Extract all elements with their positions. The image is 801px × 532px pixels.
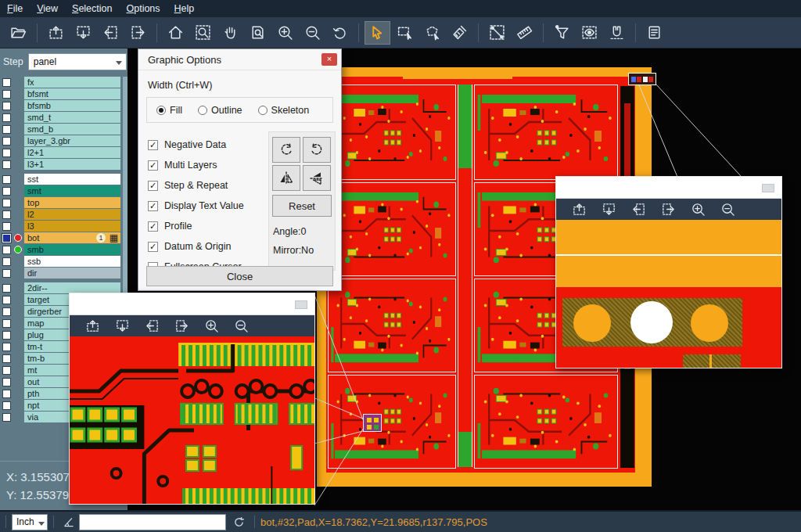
tool-select-arrow[interactable] <box>365 21 390 45</box>
layer-name-l2+1[interactable]: l2+1 <box>24 147 120 158</box>
tool-zoom-window[interactable] <box>190 21 216 45</box>
grid-icon[interactable]: ▦ <box>110 232 118 243</box>
checkbox-negative-data[interactable]: ✓Negative Data <box>148 135 244 155</box>
menu-item-file[interactable]: File <box>0 1 30 16</box>
layer-checkbox-bot[interactable] <box>2 234 11 243</box>
layer-checkbox-via[interactable] <box>2 413 11 422</box>
checkbox-profile[interactable]: ✓Profile <box>148 216 244 236</box>
tool-select-rect[interactable] <box>392 21 418 45</box>
layer-name-fx[interactable]: fx <box>24 77 120 88</box>
radio-skeleton[interactable]: Skeleton <box>258 105 316 116</box>
layer-checkbox-layer_3.gbr[interactable] <box>2 137 11 146</box>
tool-snap-magnet[interactable] <box>604 21 630 45</box>
angle-measure-icon[interactable] <box>63 516 76 529</box>
tool-highlight-view[interactable] <box>577 21 602 45</box>
zoom-window-titlebar[interactable] <box>556 177 781 199</box>
tool-zoom-in[interactable] <box>272 21 298 45</box>
layer-name-2dir--[interactable]: 2dir-- <box>24 282 120 293</box>
layer-name-smt[interactable]: smt <box>24 185 120 196</box>
layer-checkbox-dir[interactable] <box>2 269 11 278</box>
layer-checkbox-mt[interactable] <box>2 366 11 375</box>
checkbox-display-text-value[interactable]: ✓Display Text Value <box>148 196 244 216</box>
layer-checkbox-smb[interactable] <box>2 246 11 254</box>
tool-zoom-out[interactable] <box>300 21 325 45</box>
tool-pan-up[interactable] <box>43 21 69 45</box>
zoom-view-traces[interactable] <box>70 336 314 504</box>
layer-checkbox-target[interactable] <box>2 296 11 304</box>
tool-pan-hand[interactable] <box>217 21 243 45</box>
zoomwin-tool-pan-down[interactable] <box>597 200 620 219</box>
tool-report-list[interactable] <box>641 21 667 45</box>
rotate-cw-button[interactable] <box>272 137 300 163</box>
layer-checkbox-l3[interactable] <box>2 222 11 231</box>
layer-name-sst[interactable]: sst <box>24 174 120 185</box>
layer-name-dir[interactable]: dir <box>24 268 120 279</box>
tool-measure-distance[interactable] <box>484 21 510 45</box>
zoomwin-tool-zoom-out[interactable] <box>229 317 253 336</box>
layer-checkbox-bfsmt[interactable] <box>2 90 11 99</box>
layer-name-smd_t[interactable]: smd_t <box>24 112 120 123</box>
zoomwin-tool-pan-right[interactable] <box>656 200 680 219</box>
layer-checkbox-plug[interactable] <box>2 331 11 340</box>
layer-name-layer_3.gbr[interactable]: layer_3.gbr <box>24 135 120 146</box>
mirror-v-button[interactable] <box>303 165 331 191</box>
layer-checkbox-map[interactable] <box>2 319 11 328</box>
layer-checkbox-npt[interactable] <box>2 401 11 410</box>
menu-item-view[interactable]: View <box>30 1 65 16</box>
checkbox-multi-layers[interactable]: ✓Multi Layers <box>148 155 244 175</box>
layer-checkbox-ssb[interactable] <box>2 257 11 266</box>
tool-zoom-previous[interactable] <box>327 21 353 45</box>
checkbox-step-repeat[interactable]: ✓Step & Repeat <box>148 175 244 196</box>
dialog-titlebar[interactable]: Graphic Options × <box>138 49 341 70</box>
tool-pan-down[interactable] <box>70 21 96 45</box>
layer-checkbox-sst[interactable] <box>2 175 11 184</box>
menu-item-options[interactable]: Options <box>119 1 167 16</box>
mirror-h-button[interactable] <box>272 165 300 191</box>
zoomwin-tool-pan-down[interactable] <box>110 317 134 336</box>
layer-checkbox-tm-b[interactable] <box>2 354 11 363</box>
menu-item-help[interactable]: Help <box>167 1 202 16</box>
layer-name-l3[interactable]: l3 <box>24 221 120 232</box>
rotate-ccw-button[interactable] <box>303 137 331 163</box>
window-button-icon[interactable] <box>762 184 774 192</box>
layer-name-top[interactable]: top <box>24 197 120 208</box>
tool-filter[interactable] <box>549 21 575 45</box>
zoomwin-tool-pan-up[interactable] <box>81 317 104 336</box>
radio-fill[interactable]: Fill <box>156 105 189 116</box>
layer-checkbox-out[interactable] <box>2 378 11 386</box>
tool-zoom-area[interactable] <box>245 21 271 45</box>
checkbox-datum-origin[interactable]: ✓Datum & Origin <box>148 236 244 257</box>
layer-name-l2[interactable]: l2 <box>24 209 120 220</box>
zoom-view-pads[interactable] <box>556 220 781 368</box>
radio-outline[interactable]: Outline <box>198 105 249 116</box>
window-button-icon[interactable] <box>295 300 307 309</box>
layer-name-ssb[interactable]: ssb <box>24 256 120 267</box>
layer-name-bfsmt[interactable]: bfsmt <box>24 88 120 99</box>
zoomwin-tool-pan-left[interactable] <box>140 317 163 336</box>
zoomwin-tool-pan-left[interactable] <box>627 200 650 219</box>
layer-checkbox-l3+1[interactable] <box>2 160 11 169</box>
zoomwin-tool-zoom-in[interactable] <box>686 200 709 219</box>
tool-select-polygon[interactable] <box>419 21 445 45</box>
tool-measure-ruler[interactable] <box>512 21 537 45</box>
tool-pan-left[interactable] <box>98 21 124 45</box>
zoomwin-tool-pan-right[interactable] <box>170 317 193 336</box>
layer-checkbox-2dir--[interactable] <box>2 284 11 293</box>
close-icon[interactable]: × <box>321 53 337 66</box>
refresh-icon[interactable] <box>232 516 246 529</box>
layer-checkbox-fx[interactable] <box>2 78 11 87</box>
layer-checkbox-pth[interactable] <box>2 390 11 398</box>
tool-pan-right[interactable] <box>125 21 151 45</box>
zoom-window-titlebar[interactable] <box>70 293 314 315</box>
command-input[interactable] <box>79 514 226 530</box>
tool-clean-brush[interactable] <box>447 21 472 45</box>
zoomwin-tool-zoom-out[interactable] <box>716 200 739 219</box>
tool-open-file[interactable] <box>5 21 31 45</box>
layer-name-smb[interactable]: smb <box>24 244 120 255</box>
zoomwin-tool-zoom-in[interactable] <box>199 317 223 336</box>
layer-name-bfsmb[interactable]: bfsmb <box>24 100 120 111</box>
layer-checkbox-smd_t[interactable] <box>2 113 11 122</box>
tool-home[interactable] <box>163 21 189 45</box>
layer-checkbox-dirgerber[interactable] <box>2 307 11 316</box>
menu-item-selection[interactable]: Selection <box>65 1 119 16</box>
